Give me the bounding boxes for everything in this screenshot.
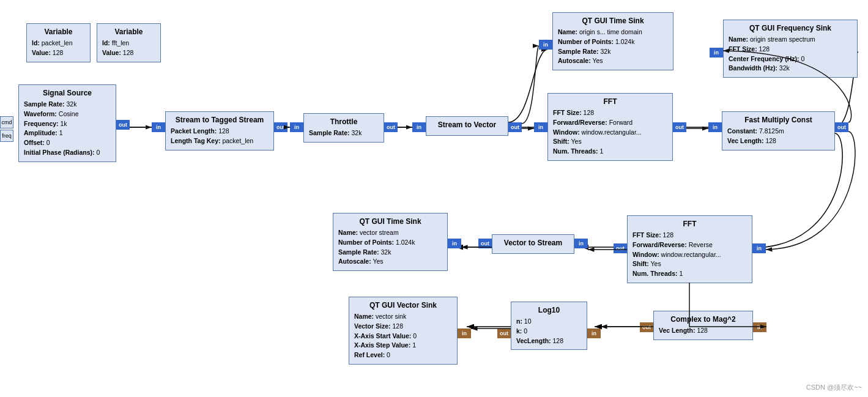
- throttle-title: Throttle: [309, 117, 379, 126]
- fast-multiply-out-port[interactable]: out: [835, 122, 848, 132]
- qt-time-sink-bottom-title: QT GUI Time Sink: [338, 217, 442, 226]
- qt-freq-sink-in-port[interactable]: in: [710, 48, 723, 58]
- fast-multiply-in-port[interactable]: in: [708, 122, 722, 132]
- stream-to-vector-in-port[interactable]: in: [412, 122, 426, 132]
- fft-top-in-port[interactable]: in: [534, 122, 547, 132]
- stream-to-tagged-title: Stream to Tagged Stream: [171, 116, 269, 124]
- stream-to-vector-title: Stream to Vector: [431, 121, 503, 129]
- qt-time-sink-bottom-in-port[interactable]: in: [448, 239, 461, 248]
- fft-top-out-port[interactable]: out: [673, 122, 686, 132]
- vector-to-stream-block: Vector to Stream: [492, 234, 574, 254]
- watermark: CSDN @须尽欢~~: [806, 383, 862, 392]
- qt-time-sink-bottom-block: QT GUI Time Sink Name: vector stream Num…: [333, 213, 448, 271]
- log10-in-port[interactable]: in: [587, 328, 601, 338]
- complex-to-mag2-in-port[interactable]: in: [753, 322, 766, 332]
- fast-multiply-block: Fast Multiply Const Constant: 7.8125m Ve…: [722, 111, 835, 150]
- variable2-row2: Value: 128: [102, 48, 155, 58]
- qt-freq-sink-title: QT GUI Frequency Sink: [729, 24, 852, 32]
- variable2-title: Variable: [102, 28, 155, 36]
- variable2-block: Variable Id: fft_len Value: 128: [97, 23, 161, 62]
- fft-bottom-in-port[interactable]: in: [752, 243, 766, 253]
- stream-to-tagged-block: Stream to Tagged Stream Packet Length: 1…: [165, 111, 274, 150]
- stream-to-tagged-out-port[interactable]: out: [274, 122, 287, 132]
- complex-to-mag2-title: Complex to Mag^2: [659, 315, 747, 324]
- qt-vector-sink-in-port[interactable]: in: [458, 328, 471, 338]
- throttle-in-port[interactable]: in: [290, 122, 303, 132]
- complex-to-mag2-block: Complex to Mag^2 Vec Length: 128: [653, 311, 753, 340]
- signal-source-out-port[interactable]: out: [116, 120, 130, 130]
- freq-panel: freq: [0, 130, 13, 142]
- qt-vector-sink-block: QT GUI Vector Sink Name: vector sink Vec…: [349, 297, 458, 365]
- fft-bottom-out-port[interactable]: out: [614, 243, 627, 253]
- fft-bottom-block: FFT FFT Size: 128 Forward/Reverse: Rever…: [627, 215, 752, 283]
- qt-time-sink-top-block: QT GUI Time Sink Name: origin s... time …: [552, 12, 673, 70]
- throttle-out-port[interactable]: out: [384, 122, 398, 132]
- qt-time-sink-top-in-port[interactable]: in: [539, 40, 552, 50]
- log10-block: Log10 n: 10 k: 0 VecLength: 128: [511, 302, 587, 350]
- qt-freq-sink-block: QT GUI Frequency Sink Name: origin strea…: [723, 20, 858, 78]
- log10-out-port[interactable]: out: [497, 328, 511, 338]
- signal-source-block: Signal Source Sample Rate: 32k Waveform:…: [18, 84, 116, 162]
- variable1-row1: Id: packet_len: [32, 39, 85, 48]
- qt-vector-sink-title: QT GUI Vector Sink: [354, 301, 452, 310]
- vector-to-stream-title: Vector to Stream: [497, 239, 569, 247]
- fft-bottom-title: FFT: [632, 220, 747, 228]
- variable2-row1: Id: fft_len: [102, 39, 155, 48]
- cmd-panel: cmd: [0, 116, 13, 128]
- complex-to-mag2-out-port[interactable]: out: [640, 322, 653, 332]
- variable1-block: Variable Id: packet_len Value: 128: [26, 23, 91, 62]
- fast-multiply-title: Fast Multiply Const: [727, 116, 829, 124]
- vector-to-stream-out-port[interactable]: out: [478, 239, 492, 248]
- stream-to-tagged-in-port[interactable]: in: [152, 122, 165, 132]
- signal-source-title: Signal Source: [24, 89, 111, 97]
- vector-to-stream-in-port[interactable]: in: [574, 239, 588, 248]
- variable1-title: Variable: [32, 28, 85, 36]
- variable1-row2: Value: 128: [32, 48, 85, 58]
- fft-top-block: FFT FFT Size: 128 Forward/Reverse: Forwa…: [547, 93, 673, 161]
- fft-top-title: FFT: [553, 97, 667, 106]
- stream-to-vector-out-port[interactable]: out: [508, 122, 522, 132]
- stream-to-vector-block: Stream to Vector: [426, 116, 508, 136]
- throttle-block: Throttle Sample Rate: 32k: [303, 113, 384, 143]
- qt-time-sink-top-title: QT GUI Time Sink: [558, 17, 668, 25]
- log10-title: Log10: [516, 306, 582, 314]
